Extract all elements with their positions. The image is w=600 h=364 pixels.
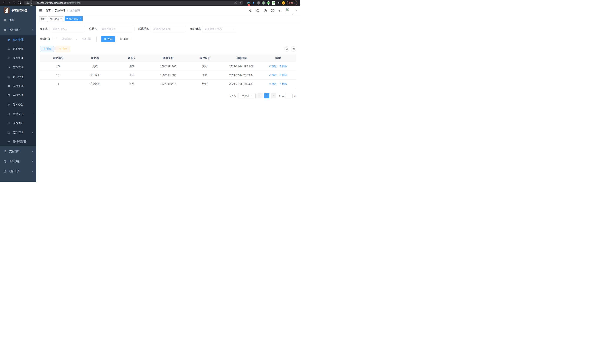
chrome-menu-icon[interactable]: ⋮	[294, 2, 296, 4]
add-button[interactable]: 新增	[40, 46, 54, 52]
sidebar-item-审计日志[interactable]: 审计日志	[0, 109, 36, 119]
sidebar-item-系统管理[interactable]: 系统管理	[0, 25, 36, 35]
next-page-button[interactable]	[271, 93, 276, 98]
help-icon[interactable]	[263, 9, 267, 13]
warning-triangle-icon	[26, 1, 29, 4]
sidebar-collapse-icon[interactable]	[39, 9, 43, 13]
delete-link[interactable]: 删除	[279, 65, 287, 68]
delete-icon	[279, 82, 281, 85]
refresh-icon	[120, 38, 122, 40]
search-icon	[104, 38, 106, 40]
extensions-row: 10 ⌘ Y 更新 ⋮	[246, 1, 298, 5]
sidebar-item-部门管理[interactable]: 部门管理	[0, 72, 36, 82]
toggle-search-button[interactable]	[284, 46, 290, 52]
extension-tanstack-icon[interactable]: 10	[247, 1, 250, 5]
status-select[interactable]: 请选择租户状态	[203, 26, 237, 32]
chrome-update-button[interactable]: 更新 ⋮	[287, 1, 297, 5]
create-time-range-picker[interactable]: 开始日期 - 结束日期	[53, 36, 97, 42]
refresh-table-button[interactable]	[291, 46, 296, 52]
github-icon[interactable]	[256, 9, 260, 13]
tab-部门管理[interactable]: 部门管理×	[48, 16, 64, 21]
column-header-创建时间: 创建时间	[223, 55, 260, 62]
extension-command-icon[interactable]: ⌘	[257, 1, 260, 5]
delete-link[interactable]: 删除	[279, 74, 287, 77]
sidebar-item-基础设施[interactable]: 基础设施	[0, 156, 36, 166]
tags-view-bar: 首页部门管理×租户管理×	[36, 16, 300, 22]
delete-link[interactable]: 删除	[279, 82, 287, 85]
share-icon[interactable]	[234, 2, 237, 4]
table-row: 1芋道源码芋艿17321315478开启2021-01-05 17:03:47修…	[40, 79, 296, 88]
goto-label: 前往	[279, 94, 284, 97]
address-bar[interactable]: 不安全 dashboard.yudao.iocoder.cn/system/te…	[24, 1, 244, 5]
cell-actions: 修改删除	[260, 71, 296, 79]
tab-租户管理[interactable]: 租户管理×	[65, 16, 82, 21]
breadcrumb-item-系统管理[interactable]: 系统管理	[55, 9, 65, 12]
cell-contact: 秃头	[113, 71, 150, 79]
header-search-icon[interactable]	[248, 9, 253, 13]
edit-link[interactable]: 修改	[269, 82, 277, 85]
extension-dot-icon[interactable]	[262, 1, 265, 5]
page-size-select[interactable]: 10条/页	[238, 93, 256, 98]
avatar-dropdown-caret[interactable]: ▼	[295, 10, 297, 12]
profile-avatar-icon[interactable]	[282, 1, 285, 5]
breadcrumb: 首页/系统管理/租户管理	[46, 9, 248, 12]
edit-link[interactable]: 修改	[269, 74, 277, 77]
omnibox-divider	[35, 2, 35, 4]
prev-page-button[interactable]	[257, 93, 262, 98]
code-icon	[7, 140, 10, 143]
sidebar-item-在线用户[interactable]: 在线用户	[0, 119, 36, 128]
sidebar-item-岗位管理[interactable]: 岗位管理	[0, 82, 36, 91]
table-row: 108测试测试15601691300关闭2021-12-14 21:02:09修…	[40, 62, 296, 71]
sidebar-item-字典管理[interactable]: 字典管理	[0, 91, 36, 100]
tool-icon	[4, 170, 7, 173]
search-button[interactable]: 搜索	[101, 36, 115, 42]
sidebar-item-菜单管理[interactable]: 菜单管理	[0, 63, 36, 72]
download-icon	[59, 48, 61, 50]
browser-home-icon[interactable]	[18, 1, 21, 5]
tab-首页[interactable]: 首页	[39, 16, 47, 21]
goto-page-input[interactable]	[285, 93, 293, 98]
extension-chat-icon[interactable]	[272, 1, 275, 5]
browser-reload-icon[interactable]	[12, 1, 16, 5]
extensions-puzzle-icon[interactable]	[277, 1, 280, 5]
tenant-name-input[interactable]	[50, 26, 85, 32]
url-text: dashboard.yudao.iocoder.cn/system/tenant	[37, 2, 234, 4]
pay-icon: ¥	[4, 150, 7, 153]
font-size-icon[interactable]: тT	[278, 9, 282, 13]
contact-input[interactable]	[99, 26, 134, 32]
column-header-租户状态: 租户状态	[187, 55, 223, 62]
page-content: 租户名 联系人 联系手机 租户状态 请选择租户状态	[36, 22, 300, 182]
logo-row[interactable]: 芋道管理系统	[0, 6, 36, 15]
browser-back-icon[interactable]	[2, 1, 6, 5]
sidebar-item-角色管理[interactable]: 角色管理	[0, 54, 36, 63]
sidebar-item-租户管理[interactable]: 租户管理	[0, 35, 36, 44]
tab-close-icon[interactable]: ×	[79, 18, 81, 20]
cell-name: 测试租户	[77, 71, 113, 79]
export-button[interactable]: 导出	[56, 46, 70, 52]
sidebar-item-支付管理[interactable]: ¥支付管理	[0, 146, 36, 156]
extension-vue-devtools-icon[interactable]	[252, 1, 255, 5]
extension-y-icon[interactable]: Y	[267, 1, 270, 5]
sidebar-item-研发工具[interactable]: 研发工具	[0, 166, 36, 177]
user-avatar[interactable]	[286, 7, 293, 14]
mobile-input[interactable]	[151, 26, 186, 32]
column-header-租户编号: 租户编号	[40, 55, 77, 62]
bookmark-star-icon[interactable]	[239, 2, 242, 4]
reset-button[interactable]: 重置	[117, 36, 131, 42]
fullscreen-icon[interactable]	[271, 9, 275, 13]
sidebar-item-短信管理[interactable]: 短信管理	[0, 128, 36, 137]
table-toolbar: 新增 导出	[40, 46, 296, 52]
cell-contact: 芋艿	[113, 79, 150, 88]
edit-link[interactable]: 修改	[269, 65, 277, 68]
page-number-1[interactable]: 1	[264, 93, 269, 98]
sidebar-item-错误码管理[interactable]: 错误码管理	[0, 137, 36, 146]
tenant-icon	[7, 38, 10, 41]
sidebar-item-通知公告[interactable]: 通知公告	[0, 100, 36, 109]
tab-close-icon[interactable]: ×	[60, 18, 62, 20]
browser-forward-icon[interactable]	[7, 1, 11, 5]
sidebar-item-首页[interactable]: 首页	[0, 15, 36, 25]
page-unit-label: 页	[294, 94, 296, 97]
breadcrumb-item-首页[interactable]: 首页	[46, 9, 51, 12]
sidebar-item-用户管理[interactable]: 用户管理	[0, 44, 36, 54]
cell-mobile: 17321315478	[150, 79, 187, 88]
